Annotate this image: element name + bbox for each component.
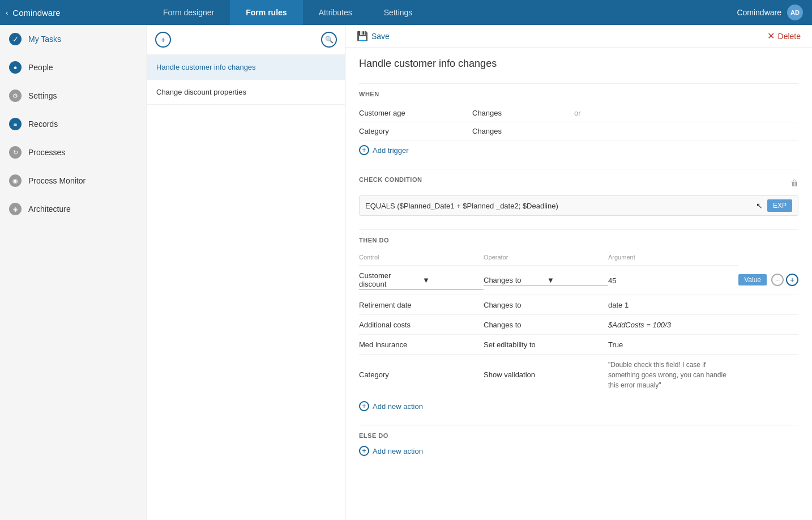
sidebar-item-process-monitor[interactable]: ◉ Process Monitor — [0, 167, 147, 195]
when-label: WHEN — [359, 91, 798, 97]
content-body: Handle customer info changes WHEN Custom… — [345, 48, 812, 480]
brand-name: Comindware — [12, 8, 60, 18]
sidebar-label-process-monitor: Process Monitor — [28, 176, 86, 185]
action-control-4: Category — [359, 355, 484, 395]
add-trigger-button[interactable]: + Add trigger — [359, 145, 798, 155]
save-button[interactable]: 💾 Save — [357, 31, 390, 41]
my-tasks-icon: ✓ — [9, 33, 22, 45]
sidebar-label-people: People — [28, 63, 53, 72]
action-operator-1: Changes to — [484, 295, 608, 315]
row-action-buttons-0: Value − + — [738, 274, 798, 286]
exp-button[interactable]: EXP — [767, 199, 792, 212]
tab-attributes[interactable]: Attributes — [303, 0, 368, 25]
else-do-label: ELSE DO — [359, 432, 798, 439]
action-arg-1: date 1 — [608, 295, 738, 315]
then-do-label: THEN DO — [359, 237, 798, 244]
trigger-row-0: Customer age Changes or — [359, 104, 798, 122]
sidebar-item-architecture[interactable]: ◈ Architecture — [0, 195, 147, 223]
tab-form-designer[interactable]: Form designer — [147, 0, 230, 25]
sidebar-label-architecture: Architecture — [28, 204, 71, 214]
brand-link[interactable]: ‹ Comindware — [0, 8, 147, 18]
operator-dropdown-0[interactable]: Changes to ▼ — [484, 275, 608, 286]
rule-title: Handle customer info changes — [359, 58, 798, 70]
sidebar-label-records: Records — [28, 120, 58, 129]
content-toolbar: 💾 Save ✕ Delete — [345, 25, 812, 48]
back-chevron-icon[interactable]: ‹ — [6, 8, 8, 17]
action-arg-4: "Double check this field! I case if some… — [608, 355, 738, 395]
check-condition-section: CHECK CONDITION 🗑 EQUALS ($Planned_Date1… — [359, 176, 798, 216]
avatar[interactable]: AD — [787, 5, 803, 20]
sidebar-label-settings: Settings — [28, 91, 57, 100]
records-icon: ≡ — [9, 118, 22, 130]
action-btns-0: Value − + — [738, 266, 798, 295]
trigger-field-0: Customer age — [359, 109, 472, 117]
title-divider — [359, 83, 798, 84]
trigger-op-1: Changes — [472, 127, 574, 135]
table-row: Med insurance Set editability to True — [359, 335, 798, 355]
condition-expression: EQUALS ($Planned_Date1 + $Planned _date2… — [365, 202, 751, 210]
sidebar-label-processes: Processes — [28, 148, 65, 157]
sidebar-item-records[interactable]: ≡ Records — [0, 110, 147, 138]
cursor-icon: ↖ — [756, 201, 763, 210]
add-rule-button[interactable]: + — [155, 32, 171, 48]
sidebar: ✓ My Tasks ● People ⚙ Settings ≡ Records… — [0, 25, 147, 520]
delete-condition-icon[interactable]: 🗑 — [790, 178, 798, 187]
sidebar-item-settings[interactable]: ⚙ Settings — [0, 82, 147, 110]
trigger-op-0: Changes — [472, 109, 574, 117]
action-control-0: Customer discount ▼ — [359, 266, 484, 295]
action-operator-3: Set editability to — [484, 335, 608, 355]
rule-item-change-discount[interactable]: Change discount properties — [147, 80, 345, 105]
trigger-connector-0: or — [574, 109, 581, 117]
action-arg-2: $AddCosts = 100/3 — [608, 315, 738, 335]
search-rules-button[interactable]: 🔍 — [321, 32, 337, 48]
main-body: ✓ My Tasks ● People ⚙ Settings ≡ Records… — [0, 25, 812, 520]
tab-settings[interactable]: Settings — [368, 0, 429, 25]
remove-action-button-0[interactable]: − — [771, 274, 784, 286]
save-icon: 💾 — [357, 31, 368, 41]
processes-icon: ↻ — [9, 146, 22, 159]
sidebar-item-my-tasks[interactable]: ✓ My Tasks — [0, 25, 147, 53]
action-arg-0: 45 — [608, 266, 738, 295]
main-content: 💾 Save ✕ Delete Handle customer info cha… — [345, 25, 812, 520]
sidebar-item-processes[interactable]: ↻ Processes — [0, 138, 147, 167]
table-row: Additional costs Changes to $AddCosts = … — [359, 315, 798, 335]
add-else-action-button[interactable]: + Add new action — [359, 446, 798, 456]
delete-button[interactable]: ✕ Delete — [767, 31, 801, 41]
dropdown-arrow-icon: ▼ — [422, 276, 484, 284]
when-divider — [359, 169, 798, 169]
sidebar-item-people[interactable]: ● People — [0, 53, 147, 82]
check-condition-label: CHECK CONDITION — [359, 176, 422, 183]
action-operator-4: Show validation — [484, 355, 608, 395]
user-area: Comindware AD — [737, 5, 812, 20]
action-operator-0: Changes to ▼ — [484, 266, 608, 295]
actions-table: Control Operator Argument — [359, 249, 798, 394]
col-operator: Operator — [484, 249, 608, 266]
action-operator-2: Changes to — [484, 315, 608, 335]
delete-icon: ✕ — [767, 31, 775, 41]
trigger-field-1: Category — [359, 127, 472, 135]
else-do-section: ELSE DO + Add new action — [359, 432, 798, 456]
add-action-button-0[interactable]: + — [786, 274, 798, 286]
condition-row: EQUALS ($Planned_Date1 + $Planned _date2… — [359, 195, 798, 216]
settings-icon: ⚙ — [9, 89, 22, 102]
col-argument: Argument — [608, 249, 738, 266]
sidebar-label-my-tasks: My Tasks — [28, 35, 61, 44]
operator-arrow-icon: ▼ — [547, 276, 608, 284]
tab-form-rules[interactable]: Form rules — [230, 0, 302, 25]
rule-item-handle-customer[interactable]: Handle customer info changes — [147, 55, 345, 80]
action-control-1: Retirement date — [359, 295, 484, 315]
action-control-3: Med insurance — [359, 335, 484, 355]
rules-toolbar: + 🔍 — [147, 25, 345, 55]
check-header: CHECK CONDITION 🗑 — [359, 176, 798, 190]
action-btns-3 — [738, 335, 798, 355]
value-button-0[interactable]: Value — [738, 274, 767, 285]
action-arg-3: True — [608, 335, 738, 355]
user-label: Comindware — [737, 8, 781, 17]
process-monitor-icon: ◉ — [9, 174, 22, 187]
rules-panel: + 🔍 Handle customer info changes Change … — [147, 25, 345, 520]
people-icon: ● — [9, 61, 22, 74]
when-section: WHEN Customer age Changes or Category — [359, 91, 798, 155]
control-dropdown-0[interactable]: Customer discount ▼ — [359, 270, 484, 290]
add-new-action-button[interactable]: + Add new action — [359, 401, 798, 411]
top-navigation: ‹ Comindware Form designer Form rules At… — [0, 0, 812, 25]
